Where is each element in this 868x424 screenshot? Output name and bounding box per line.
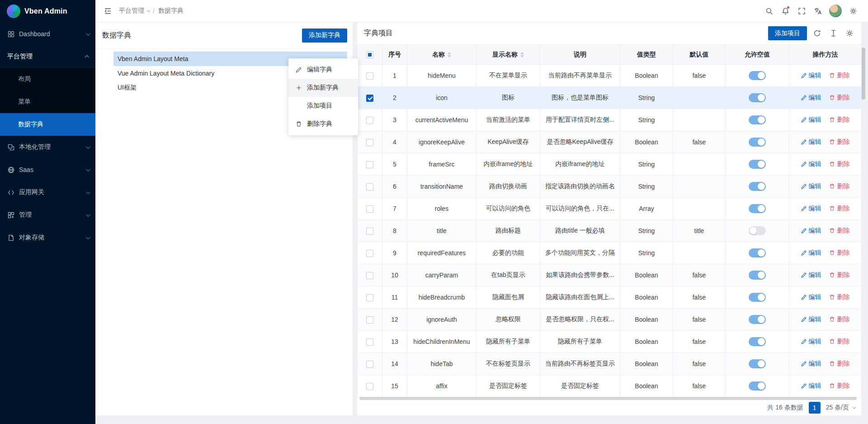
add-dictionary-button[interactable]: 添加新字典 [302, 29, 347, 43]
allow-empty-toggle[interactable] [749, 160, 766, 169]
edit-button[interactable]: 编辑 [801, 116, 821, 124]
user-avatar[interactable] [829, 5, 842, 17]
allow-empty-toggle[interactable] [749, 115, 766, 124]
row-checkbox[interactable] [366, 228, 373, 235]
allow-empty-toggle[interactable] [749, 204, 766, 213]
allow-empty-toggle[interactable] [749, 337, 766, 346]
sidebar-item-saas[interactable]: Saas [0, 158, 95, 181]
select-all-checkbox[interactable] [366, 51, 373, 58]
pagination-page-size-select[interactable]: 25 条/页 [826, 404, 855, 412]
row-checkbox[interactable] [366, 316, 373, 324]
settings-gear-icon[interactable] [846, 4, 860, 18]
search-icon[interactable] [762, 4, 776, 18]
column-header-name[interactable]: 名称 [407, 45, 476, 65]
context-menu-add-item[interactable]: 添加项目 [288, 97, 358, 115]
sidebar-item-data-dictionary[interactable]: 数据字典 [0, 113, 95, 136]
edit-button[interactable]: 编辑 [801, 71, 821, 80]
row-checkbox[interactable] [366, 95, 373, 102]
column-header-num: 序号 [382, 45, 407, 65]
edit-button[interactable]: 编辑 [801, 205, 821, 213]
column-header-display[interactable]: 显示名称 [476, 45, 540, 65]
fullscreen-icon[interactable] [795, 4, 808, 18]
row-checkbox[interactable] [366, 139, 373, 146]
app-logo[interactable]: Vben Admin [0, 0, 95, 23]
edit-button[interactable]: 编辑 [801, 360, 821, 368]
delete-button[interactable]: 删除 [829, 138, 849, 146]
row-checkbox[interactable] [366, 250, 373, 257]
allow-empty-toggle[interactable] [749, 359, 766, 368]
allow-empty-toggle[interactable] [749, 271, 766, 280]
row-checkbox[interactable] [366, 161, 373, 168]
allow-empty-toggle[interactable] [749, 182, 766, 191]
delete-button[interactable]: 删除 [829, 271, 849, 279]
allow-empty-toggle[interactable] [749, 381, 766, 391]
delete-button[interactable]: 删除 [829, 227, 849, 235]
delete-button[interactable]: 删除 [829, 205, 849, 213]
allow-empty-toggle[interactable] [749, 138, 766, 147]
context-menu-delete-dictionary[interactable]: 删除字典 [288, 115, 358, 133]
delete-button[interactable]: 删除 [829, 338, 849, 346]
allow-empty-toggle[interactable] [749, 248, 766, 257]
pagination-page-button[interactable]: 1 [809, 402, 821, 414]
edit-button[interactable]: 编辑 [801, 160, 821, 168]
edit-button[interactable]: 编辑 [801, 94, 821, 102]
delete-button[interactable]: 删除 [829, 160, 849, 168]
refresh-icon[interactable] [811, 27, 823, 40]
row-checkbox[interactable] [366, 338, 373, 346]
edit-button[interactable]: 编辑 [801, 382, 821, 390]
sidebar-item-gateway[interactable]: 应用网关 [0, 181, 95, 204]
notification-bell-icon[interactable] [778, 4, 792, 18]
sidebar-item-menu[interactable]: 菜单 [0, 91, 95, 113]
sidebar-item-layout[interactable]: 布局 [0, 68, 95, 91]
breadcrumb-data-dictionary[interactable]: 数据字典 [158, 7, 184, 15]
edit-button[interactable]: 编辑 [801, 293, 821, 301]
edit-button[interactable]: 编辑 [801, 227, 821, 235]
sidebar-item-dashboard[interactable]: Dashboard [0, 23, 95, 45]
edit-button[interactable]: 编辑 [801, 182, 821, 191]
cell-value-type: Boolean [620, 264, 673, 286]
column-settings-gear-icon[interactable] [843, 27, 856, 40]
delete-button[interactable]: 删除 [829, 249, 849, 257]
delete-button[interactable]: 删除 [829, 360, 849, 368]
delete-button[interactable]: 删除 [829, 182, 849, 191]
row-checkbox[interactable] [366, 183, 373, 191]
row-checkbox[interactable] [366, 383, 373, 390]
row-height-icon[interactable] [827, 27, 840, 40]
edit-button[interactable]: 编辑 [801, 338, 821, 346]
vertical-scrollbar[interactable] [862, 48, 865, 100]
delete-button[interactable]: 删除 [829, 71, 849, 80]
allow-empty-toggle[interactable] [749, 71, 766, 80]
allow-empty-toggle[interactable] [749, 226, 766, 235]
edit-button[interactable]: 编辑 [801, 271, 821, 279]
allow-empty-toggle[interactable] [749, 93, 766, 102]
row-checkbox[interactable] [366, 205, 373, 213]
delete-button[interactable]: 删除 [829, 382, 849, 390]
cell-display-name: KeepAlive缓存 [476, 131, 540, 153]
row-checkbox[interactable] [366, 361, 373, 368]
row-checkbox[interactable] [366, 294, 373, 301]
add-item-button[interactable]: 添加项目 [768, 26, 807, 40]
sidebar-item-platform[interactable]: 平台管理 [0, 45, 95, 68]
edit-button[interactable]: 编辑 [801, 315, 821, 324]
delete-button[interactable]: 删除 [829, 116, 849, 124]
edit-button[interactable]: 编辑 [801, 138, 821, 146]
delete-button[interactable]: 删除 [829, 293, 849, 301]
sidebar-item-manage[interactable]: 管理 [0, 204, 95, 226]
delete-button[interactable]: 删除 [829, 94, 849, 102]
horizontal-scrollbar[interactable] [359, 397, 857, 400]
allow-empty-toggle[interactable] [749, 293, 766, 302]
allow-empty-toggle[interactable] [749, 315, 766, 324]
row-checkbox[interactable] [366, 117, 373, 124]
menu-fold-icon[interactable] [101, 4, 114, 18]
sidebar-item-localization[interactable]: 本地化管理 [0, 136, 95, 158]
context-menu-edit-dictionary[interactable]: 编辑字典 [288, 61, 358, 79]
row-checkbox[interactable] [366, 72, 373, 80]
translate-icon[interactable] [811, 4, 825, 18]
edit-button[interactable]: 编辑 [801, 249, 821, 257]
row-checkbox[interactable] [366, 272, 373, 279]
context-menu-add-dictionary[interactable]: 添加新字典 [288, 79, 358, 97]
sidebar-item-object-storage[interactable]: 对象存储 [0, 226, 95, 249]
breadcrumb-platform[interactable]: 平台管理 [119, 7, 149, 15]
delete-button[interactable]: 删除 [829, 315, 849, 324]
edit-button-label: 编辑 [809, 205, 821, 213]
